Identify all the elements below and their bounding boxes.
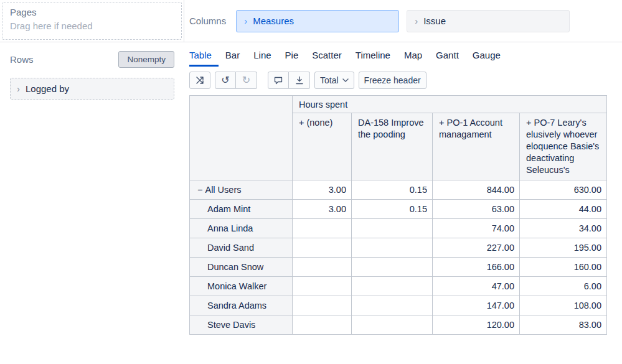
columns-section: Columns › Measures › Issue bbox=[184, 0, 622, 42]
data-cell bbox=[352, 238, 433, 258]
pivot-table: Hours spent+(none)DA-158 Improve the poo… bbox=[189, 95, 607, 335]
row-label: All Users bbox=[205, 185, 241, 195]
rows-dimension-logged-by[interactable]: › Logged by bbox=[10, 78, 174, 100]
tab-timeline[interactable]: Timeline bbox=[349, 49, 397, 67]
main-area: TableBarLinePieScatterTimelineMapGanttGa… bbox=[184, 42, 622, 364]
pages-drop-zone[interactable]: Pages Drag here if needed bbox=[2, 2, 182, 40]
chevron-right-icon[interactable]: › bbox=[415, 16, 418, 26]
data-cell: 147.00 bbox=[433, 296, 520, 315]
data-cell bbox=[293, 238, 352, 258]
column-label: PO-1 Account managament bbox=[439, 118, 502, 139]
rows-section: Rows Nonempty › Logged by bbox=[0, 42, 184, 364]
data-cell: 3.00 bbox=[293, 200, 352, 219]
data-cell bbox=[293, 277, 352, 296]
tab-table[interactable]: Table bbox=[189, 49, 219, 67]
freeze-header-button[interactable]: Freeze header bbox=[359, 72, 426, 89]
data-cell bbox=[352, 296, 433, 315]
swap-axes-button[interactable] bbox=[189, 72, 210, 89]
tab-gauge[interactable]: Gauge bbox=[466, 49, 507, 67]
data-cell: 227.00 bbox=[433, 238, 520, 258]
expand-icon[interactable]: + bbox=[439, 118, 444, 128]
data-cell: 844.00 bbox=[433, 180, 520, 200]
data-cell bbox=[352, 277, 433, 296]
data-cell bbox=[293, 296, 352, 315]
tab-pie[interactable]: Pie bbox=[278, 49, 306, 67]
column-header[interactable]: +(none) bbox=[293, 113, 352, 180]
chart-type-tabs: TableBarLinePieScatterTimelineMapGanttGa… bbox=[189, 49, 617, 67]
columns-chip-issue[interactable]: › Issue bbox=[407, 10, 570, 32]
row-header[interactable]: Adam Mint bbox=[190, 200, 293, 219]
data-cell bbox=[293, 219, 352, 238]
row-header[interactable]: David Sand bbox=[190, 238, 293, 258]
column-label: DA-158 Improve the pooding bbox=[358, 118, 424, 139]
collapse-icon[interactable]: − bbox=[197, 185, 202, 195]
table-row: Sandra Adams147.00108.00 bbox=[190, 296, 607, 315]
row-header[interactable]: Anna Linda bbox=[190, 219, 293, 238]
row-label: Anna Linda bbox=[207, 223, 253, 233]
download-icon bbox=[295, 76, 304, 85]
row-header[interactable]: −All Users bbox=[190, 180, 293, 200]
undo-button[interactable]: ↺ bbox=[215, 72, 236, 89]
data-cell bbox=[352, 258, 433, 277]
tab-line[interactable]: Line bbox=[247, 49, 278, 67]
columns-title: Columns bbox=[189, 16, 226, 26]
row-label: Monica Walker bbox=[207, 281, 266, 291]
chevron-right-icon[interactable]: › bbox=[17, 83, 20, 94]
table-row: −All Users3.000.15844.00630.00 bbox=[190, 180, 607, 200]
column-header[interactable]: +PO-1 Account managament bbox=[433, 113, 520, 180]
data-cell bbox=[352, 315, 433, 335]
row-header[interactable]: Sandra Adams bbox=[190, 296, 293, 315]
row-label: Duncan Snow bbox=[207, 262, 263, 272]
column-label: PO-7 Leary's elusively whoever eloquence… bbox=[526, 118, 599, 175]
table-row: Steve Davis120.0083.00 bbox=[190, 315, 607, 335]
expand-icon[interactable]: + bbox=[526, 118, 531, 128]
tab-gantt[interactable]: Gantt bbox=[429, 49, 466, 67]
undo-icon: ↺ bbox=[221, 75, 229, 85]
comment-button[interactable] bbox=[268, 72, 289, 89]
table-row: Adam Mint3.000.1563.0044.00 bbox=[190, 200, 607, 219]
pages-title: Pages bbox=[10, 7, 174, 17]
redo-button[interactable]: ↻ bbox=[236, 72, 257, 89]
export-button[interactable] bbox=[289, 72, 310, 89]
row-label: Sandra Adams bbox=[207, 301, 266, 310]
tab-scatter[interactable]: Scatter bbox=[305, 49, 349, 67]
nonempty-button[interactable]: Nonempty bbox=[118, 51, 174, 68]
column-header[interactable]: DA-158 Improve the pooding bbox=[352, 113, 433, 180]
data-cell: 3.00 bbox=[293, 180, 352, 200]
row-label: Steve Davis bbox=[207, 320, 255, 330]
rows-title: Rows bbox=[10, 54, 34, 65]
tab-map[interactable]: Map bbox=[397, 49, 429, 67]
tab-bar[interactable]: Bar bbox=[219, 49, 247, 67]
data-cell: 83.00 bbox=[520, 315, 607, 335]
data-cell bbox=[293, 315, 352, 335]
chevron-right-icon[interactable]: › bbox=[244, 16, 247, 26]
row-label: Adam Mint bbox=[207, 204, 250, 214]
measure-header[interactable]: Hours spent bbox=[293, 96, 607, 113]
data-cell: 195.00 bbox=[520, 238, 607, 258]
data-cell: 44.00 bbox=[520, 200, 607, 219]
data-cell: 63.00 bbox=[433, 200, 520, 219]
toolbar: ↺ ↻ Total bbox=[189, 72, 617, 89]
data-cell bbox=[352, 219, 433, 238]
corner-cell bbox=[190, 96, 293, 180]
dimension-label: Logged by bbox=[26, 83, 69, 94]
data-cell: 0.15 bbox=[352, 200, 433, 219]
row-header[interactable]: Duncan Snow bbox=[190, 258, 293, 277]
data-cell: 120.00 bbox=[433, 315, 520, 335]
chevron-down-icon bbox=[342, 78, 349, 82]
data-cell: 47.00 bbox=[433, 277, 520, 296]
swap-axes-icon bbox=[196, 76, 204, 85]
data-cell: 166.00 bbox=[433, 258, 520, 277]
total-dropdown[interactable]: Total bbox=[314, 72, 354, 89]
pages-section: Pages Drag here if needed bbox=[0, 0, 184, 42]
columns-chip-measures[interactable]: › Measures bbox=[236, 10, 399, 32]
row-label: David Sand bbox=[207, 243, 254, 253]
column-header[interactable]: +PO-7 Leary's elusively whoever eloquenc… bbox=[520, 113, 607, 180]
data-cell: 34.00 bbox=[520, 219, 607, 238]
row-header[interactable]: Steve Davis bbox=[190, 315, 293, 335]
expand-icon[interactable]: + bbox=[299, 118, 304, 128]
data-cell: 160.00 bbox=[520, 258, 607, 277]
chip-label: Measures bbox=[253, 16, 294, 26]
row-header[interactable]: Monica Walker bbox=[190, 277, 293, 296]
pages-placeholder: Drag here if needed bbox=[10, 21, 174, 31]
